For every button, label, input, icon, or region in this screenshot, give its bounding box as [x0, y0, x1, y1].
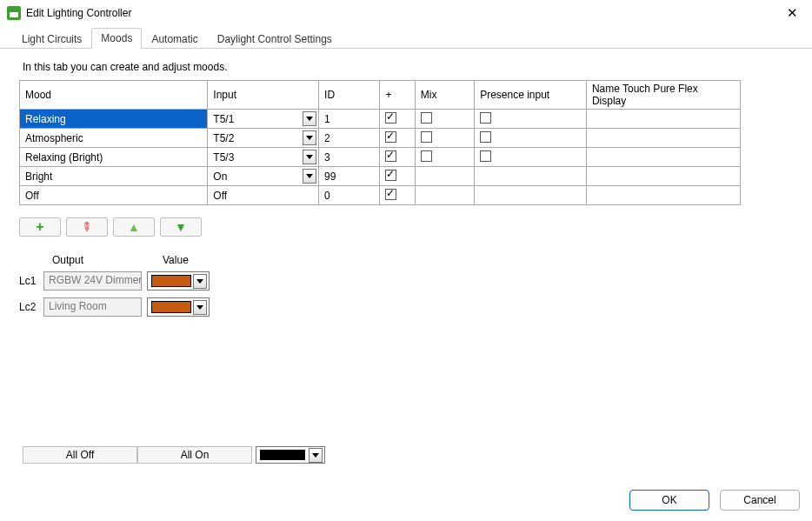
- bottom-row: All Off All On: [23, 446, 325, 464]
- color-select[interactable]: [256, 446, 325, 464]
- tab-content: In this tab you can create and adjust mo…: [0, 49, 812, 332]
- presence-cell[interactable]: [475, 167, 587, 186]
- chevron-down-icon[interactable]: [303, 150, 316, 164]
- presence-cell[interactable]: [475, 129, 587, 148]
- ok-button[interactable]: OK: [629, 490, 709, 511]
- name-cell[interactable]: [586, 167, 740, 186]
- plus-cell[interactable]: [380, 110, 415, 129]
- checkbox[interactable]: [385, 131, 396, 143]
- col-header-mix[interactable]: Mix: [415, 81, 474, 110]
- plus-cell[interactable]: [380, 167, 415, 186]
- move-down-button[interactable]: ▼: [160, 217, 202, 237]
- id-cell[interactable]: 2: [319, 129, 380, 148]
- mood-cell[interactable]: Relaxing: [20, 110, 208, 129]
- checkbox[interactable]: [421, 150, 432, 162]
- name-cell[interactable]: [586, 110, 740, 129]
- color-swatch: [260, 450, 305, 460]
- table-row[interactable]: Relaxing (Bright)T5/33: [20, 148, 741, 167]
- mix-cell[interactable]: [415, 129, 474, 148]
- input-cell[interactable]: T5/3: [208, 148, 319, 167]
- lc-label: Lc1: [19, 275, 38, 287]
- table-row[interactable]: AtmosphericT5/22: [20, 129, 741, 148]
- table-row[interactable]: BrightOn99: [20, 167, 741, 186]
- checkbox[interactable]: [385, 150, 396, 162]
- app-icon: [7, 6, 21, 20]
- lc-row: Lc2Living Room: [19, 297, 793, 317]
- lc-value-select[interactable]: [147, 271, 210, 291]
- chevron-down-icon[interactable]: [193, 274, 207, 289]
- input-cell[interactable]: T5/1: [208, 110, 319, 129]
- cancel-button[interactable]: Cancel: [720, 490, 800, 511]
- lc-label: Lc2: [19, 301, 38, 313]
- tab-description: In this tab you can create and adjust mo…: [23, 61, 793, 73]
- id-cell[interactable]: 3: [319, 148, 380, 167]
- svg-rect-1: [10, 12, 18, 17]
- checkbox[interactable]: [480, 112, 491, 124]
- chevron-down-icon[interactable]: [303, 130, 316, 145]
- tab-light-circuits[interactable]: Light Circuits: [12, 29, 91, 49]
- chevron-down-icon[interactable]: [303, 169, 316, 184]
- mix-cell[interactable]: [415, 110, 474, 129]
- checkbox[interactable]: [480, 131, 491, 143]
- dialog-footer: OK Cancel: [629, 490, 800, 511]
- close-icon[interactable]: ✕: [780, 2, 805, 24]
- mood-cell[interactable]: Bright: [20, 167, 208, 186]
- col-header-mood[interactable]: Mood: [20, 81, 208, 110]
- chevron-down-icon[interactable]: [309, 448, 323, 463]
- window-title: Edit Lighting Controller: [26, 7, 780, 19]
- color-swatch: [151, 275, 191, 287]
- plus-cell[interactable]: [380, 148, 415, 167]
- tab-moods[interactable]: Moods: [91, 28, 142, 49]
- checkbox[interactable]: [480, 150, 491, 162]
- table-row[interactable]: OffOff0: [20, 186, 741, 205]
- name-cell[interactable]: [586, 129, 740, 148]
- plus-cell[interactable]: [380, 186, 415, 205]
- delete-row-button[interactable]: ✎: [66, 217, 108, 237]
- mix-cell[interactable]: [415, 148, 474, 167]
- col-header-input[interactable]: Input: [208, 81, 319, 110]
- color-swatch: [151, 301, 191, 313]
- titlebar: Edit Lighting Controller ✕: [0, 0, 812, 26]
- id-cell[interactable]: 99: [319, 167, 380, 186]
- tab-daylight-control-settings[interactable]: Daylight Control Settings: [208, 29, 342, 49]
- move-up-button[interactable]: ▲: [113, 217, 155, 237]
- lc-output-field: RGBW 24V Dimmer: [43, 271, 142, 291]
- col-header-id[interactable]: ID: [319, 81, 380, 110]
- col-header-plus[interactable]: +: [380, 81, 415, 110]
- plus-icon: +: [36, 219, 43, 235]
- table-row[interactable]: RelaxingT5/11: [20, 110, 741, 129]
- checkbox[interactable]: [385, 170, 396, 181]
- presence-cell[interactable]: [475, 110, 587, 129]
- mix-cell[interactable]: [415, 167, 474, 186]
- input-cell[interactable]: Off: [208, 186, 319, 205]
- chevron-down-icon[interactable]: [193, 300, 207, 315]
- mood-cell[interactable]: Off: [20, 186, 208, 205]
- mood-cell[interactable]: Atmospheric: [20, 129, 208, 148]
- add-row-button[interactable]: +: [19, 217, 61, 237]
- input-cell[interactable]: On: [208, 167, 319, 186]
- input-cell[interactable]: T5/2: [208, 129, 319, 148]
- col-header-name[interactable]: Name Touch Pure Flex Display: [586, 81, 740, 110]
- id-cell[interactable]: 1: [319, 110, 380, 129]
- tab-automatic[interactable]: Automatic: [142, 29, 207, 49]
- mix-cell[interactable]: [415, 186, 474, 205]
- checkbox[interactable]: [385, 189, 396, 200]
- all-off-button[interactable]: All Off: [23, 446, 137, 464]
- lc-row: Lc1RGBW 24V Dimmer: [19, 271, 793, 291]
- checkbox[interactable]: [385, 112, 396, 124]
- name-cell[interactable]: [586, 186, 740, 205]
- presence-cell[interactable]: [475, 148, 587, 167]
- name-cell[interactable]: [586, 148, 740, 167]
- checkbox[interactable]: [421, 112, 432, 124]
- all-on-button[interactable]: All On: [137, 446, 252, 464]
- presence-cell[interactable]: [475, 186, 587, 205]
- mood-cell[interactable]: Relaxing (Bright): [20, 148, 208, 167]
- chevron-down-icon[interactable]: [303, 111, 316, 126]
- col-header-presence[interactable]: Presence input: [475, 81, 587, 110]
- id-cell[interactable]: 0: [319, 186, 380, 205]
- plus-cell[interactable]: [380, 129, 415, 148]
- output-header-value: Value: [163, 254, 261, 266]
- tabstrip: Light Circuits Moods Automatic Daylight …: [0, 26, 812, 49]
- lc-value-select[interactable]: [147, 297, 210, 317]
- checkbox[interactable]: [421, 131, 432, 143]
